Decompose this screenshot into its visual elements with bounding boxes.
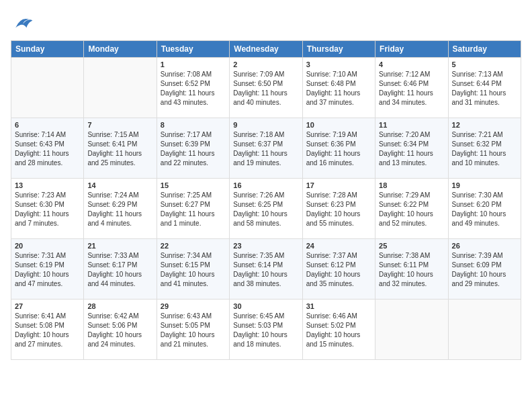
calendar-cell bbox=[84, 58, 157, 118]
calendar-week-row: 1Sunrise: 7:08 AM Sunset: 6:52 PM Daylig… bbox=[11, 58, 521, 118]
calendar-table: SundayMondayTuesdayWednesdayThursdayFrid… bbox=[11, 40, 521, 360]
calendar-body: 1Sunrise: 7:08 AM Sunset: 6:52 PM Daylig… bbox=[11, 58, 521, 360]
calendar-header-sunday: Sunday bbox=[11, 41, 84, 58]
calendar-cell: 6Sunrise: 7:14 AM Sunset: 6:43 PM Daylig… bbox=[11, 118, 84, 179]
day-number: 11 bbox=[379, 121, 444, 129]
day-details: Sunrise: 7:09 AM Sunset: 6:50 PM Dayligh… bbox=[233, 70, 298, 107]
day-details: Sunrise: 7:19 AM Sunset: 6:36 PM Dayligh… bbox=[306, 130, 371, 168]
day-details: Sunrise: 7:13 AM Sunset: 6:44 PM Dayligh… bbox=[452, 70, 517, 107]
day-number: 25 bbox=[379, 242, 444, 250]
day-details: Sunrise: 7:18 AM Sunset: 6:37 PM Dayligh… bbox=[233, 130, 298, 168]
day-details: Sunrise: 7:23 AM Sunset: 6:30 PM Dayligh… bbox=[15, 191, 80, 228]
calendar-cell: 21Sunrise: 7:33 AM Sunset: 6:17 PM Dayli… bbox=[84, 239, 157, 300]
calendar-cell: 31Sunrise: 6:46 AM Sunset: 5:02 PM Dayli… bbox=[302, 300, 375, 360]
day-number: 14 bbox=[87, 181, 152, 189]
calendar-cell: 26Sunrise: 7:39 AM Sunset: 6:09 PM Dayli… bbox=[448, 239, 521, 300]
calendar-cell: 20Sunrise: 7:31 AM Sunset: 6:19 PM Dayli… bbox=[11, 239, 84, 300]
logo bbox=[11, 11, 38, 35]
calendar-cell: 22Sunrise: 7:34 AM Sunset: 6:15 PM Dayli… bbox=[157, 239, 229, 300]
day-number: 4 bbox=[379, 60, 444, 68]
calendar-cell: 27Sunrise: 6:41 AM Sunset: 5:08 PM Dayli… bbox=[11, 300, 84, 360]
day-number: 24 bbox=[306, 242, 371, 250]
day-number: 22 bbox=[161, 242, 226, 250]
calendar-header-tuesday: Tuesday bbox=[157, 41, 229, 58]
calendar-cell: 12Sunrise: 7:21 AM Sunset: 6:32 PM Dayli… bbox=[448, 118, 521, 179]
day-number: 7 bbox=[87, 121, 152, 129]
calendar-cell: 14Sunrise: 7:24 AM Sunset: 6:29 PM Dayli… bbox=[84, 179, 157, 239]
calendar-header-monday: Monday bbox=[84, 41, 157, 58]
calendar-cell: 25Sunrise: 7:38 AM Sunset: 6:11 PM Dayli… bbox=[375, 239, 448, 300]
day-number: 6 bbox=[15, 121, 80, 129]
day-details: Sunrise: 7:26 AM Sunset: 6:25 PM Dayligh… bbox=[233, 191, 298, 228]
day-number: 10 bbox=[306, 121, 371, 129]
calendar-cell: 18Sunrise: 7:29 AM Sunset: 6:22 PM Dayli… bbox=[375, 179, 448, 239]
day-details: Sunrise: 6:42 AM Sunset: 5:06 PM Dayligh… bbox=[87, 312, 152, 349]
calendar-cell: 8Sunrise: 7:17 AM Sunset: 6:39 PM Daylig… bbox=[157, 118, 229, 179]
calendar-cell: 30Sunrise: 6:45 AM Sunset: 5:03 PM Dayli… bbox=[230, 300, 302, 360]
calendar-cell: 15Sunrise: 7:25 AM Sunset: 6:27 PM Dayli… bbox=[157, 179, 229, 239]
calendar-cell: 17Sunrise: 7:28 AM Sunset: 6:23 PM Dayli… bbox=[302, 179, 375, 239]
day-details: Sunrise: 7:34 AM Sunset: 6:15 PM Dayligh… bbox=[161, 251, 226, 289]
day-details: Sunrise: 7:21 AM Sunset: 6:32 PM Dayligh… bbox=[452, 130, 517, 168]
day-details: Sunrise: 7:24 AM Sunset: 6:29 PM Dayligh… bbox=[87, 191, 152, 228]
calendar-cell: 7Sunrise: 7:15 AM Sunset: 6:41 PM Daylig… bbox=[84, 118, 157, 179]
day-number: 12 bbox=[452, 121, 517, 129]
page-header bbox=[11, 11, 521, 35]
calendar-header-thursday: Thursday bbox=[302, 41, 375, 58]
calendar-week-row: 6Sunrise: 7:14 AM Sunset: 6:43 PM Daylig… bbox=[11, 118, 521, 179]
day-details: Sunrise: 7:12 AM Sunset: 6:46 PM Dayligh… bbox=[379, 70, 444, 107]
day-details: Sunrise: 7:37 AM Sunset: 6:12 PM Dayligh… bbox=[306, 251, 371, 289]
calendar-cell: 23Sunrise: 7:35 AM Sunset: 6:14 PM Dayli… bbox=[230, 239, 302, 300]
calendar-cell: 3Sunrise: 7:10 AM Sunset: 6:48 PM Daylig… bbox=[302, 58, 375, 118]
day-details: Sunrise: 7:29 AM Sunset: 6:22 PM Dayligh… bbox=[379, 191, 444, 228]
day-number: 30 bbox=[233, 302, 298, 310]
day-number: 27 bbox=[15, 302, 80, 310]
day-number: 16 bbox=[233, 181, 298, 189]
calendar-cell: 4Sunrise: 7:12 AM Sunset: 6:46 PM Daylig… bbox=[375, 58, 448, 118]
day-details: Sunrise: 7:35 AM Sunset: 6:14 PM Dayligh… bbox=[233, 251, 298, 289]
calendar-cell bbox=[448, 300, 521, 360]
day-details: Sunrise: 7:38 AM Sunset: 6:11 PM Dayligh… bbox=[379, 251, 444, 289]
day-number: 18 bbox=[379, 181, 444, 189]
day-details: Sunrise: 7:39 AM Sunset: 6:09 PM Dayligh… bbox=[452, 251, 517, 289]
day-number: 2 bbox=[233, 60, 298, 68]
day-details: Sunrise: 7:10 AM Sunset: 6:48 PM Dayligh… bbox=[306, 70, 371, 107]
day-number: 8 bbox=[161, 121, 226, 129]
day-number: 28 bbox=[87, 302, 152, 310]
day-number: 26 bbox=[452, 242, 517, 250]
calendar-cell: 9Sunrise: 7:18 AM Sunset: 6:37 PM Daylig… bbox=[230, 118, 302, 179]
day-number: 29 bbox=[161, 302, 226, 310]
calendar-cell: 24Sunrise: 7:37 AM Sunset: 6:12 PM Dayli… bbox=[302, 239, 375, 300]
calendar-header-saturday: Saturday bbox=[448, 41, 521, 58]
day-details: Sunrise: 7:30 AM Sunset: 6:20 PM Dayligh… bbox=[452, 191, 517, 228]
day-details: Sunrise: 7:08 AM Sunset: 6:52 PM Dayligh… bbox=[161, 70, 226, 107]
calendar-cell bbox=[375, 300, 448, 360]
day-details: Sunrise: 7:28 AM Sunset: 6:23 PM Dayligh… bbox=[306, 191, 371, 228]
logo-icon bbox=[11, 11, 35, 35]
day-details: Sunrise: 7:31 AM Sunset: 6:19 PM Dayligh… bbox=[15, 251, 80, 289]
calendar-cell: 11Sunrise: 7:20 AM Sunset: 6:34 PM Dayli… bbox=[375, 118, 448, 179]
calendar-cell: 29Sunrise: 6:43 AM Sunset: 5:05 PM Dayli… bbox=[157, 300, 229, 360]
day-number: 23 bbox=[233, 242, 298, 250]
day-number: 31 bbox=[306, 302, 371, 310]
calendar-cell: 1Sunrise: 7:08 AM Sunset: 6:52 PM Daylig… bbox=[157, 58, 229, 118]
calendar-cell: 28Sunrise: 6:42 AM Sunset: 5:06 PM Dayli… bbox=[84, 300, 157, 360]
calendar-cell: 19Sunrise: 7:30 AM Sunset: 6:20 PM Dayli… bbox=[448, 179, 521, 239]
calendar-week-row: 13Sunrise: 7:23 AM Sunset: 6:30 PM Dayli… bbox=[11, 179, 521, 239]
calendar-header-wednesday: Wednesday bbox=[230, 41, 302, 58]
day-details: Sunrise: 7:15 AM Sunset: 6:41 PM Dayligh… bbox=[87, 130, 152, 168]
day-number: 13 bbox=[15, 181, 80, 189]
calendar-cell: 16Sunrise: 7:26 AM Sunset: 6:25 PM Dayli… bbox=[230, 179, 302, 239]
day-number: 20 bbox=[15, 242, 80, 250]
day-details: Sunrise: 7:14 AM Sunset: 6:43 PM Dayligh… bbox=[15, 130, 80, 168]
day-number: 15 bbox=[161, 181, 226, 189]
day-number: 21 bbox=[87, 242, 152, 250]
day-number: 3 bbox=[306, 60, 371, 68]
day-number: 19 bbox=[452, 181, 517, 189]
day-number: 5 bbox=[452, 60, 517, 68]
day-number: 17 bbox=[306, 181, 371, 189]
day-details: Sunrise: 6:43 AM Sunset: 5:05 PM Dayligh… bbox=[161, 312, 226, 349]
calendar-header-row: SundayMondayTuesdayWednesdayThursdayFrid… bbox=[11, 41, 521, 58]
day-details: Sunrise: 6:45 AM Sunset: 5:03 PM Dayligh… bbox=[233, 312, 298, 349]
calendar-cell: 13Sunrise: 7:23 AM Sunset: 6:30 PM Dayli… bbox=[11, 179, 84, 239]
